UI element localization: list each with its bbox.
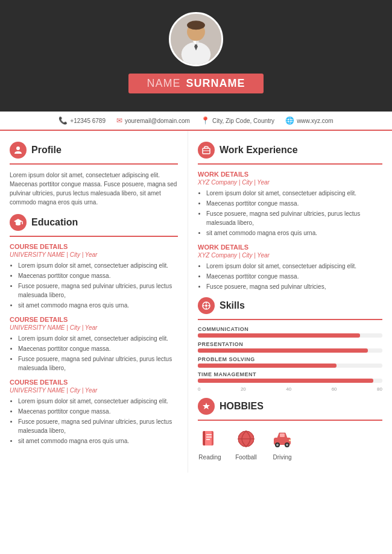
job-2-company: XYZ Company | City | Year	[198, 252, 382, 259]
education-title: Education	[31, 217, 78, 228]
job-1: WORK DETAILS XYZ Company | City | Year L…	[198, 171, 382, 238]
course-2-bullets: Lorem ipsum dolor sit amet, consectetuer…	[10, 334, 178, 373]
bullet: Fusce posuere, magna sed pulvinar ultric…	[18, 282, 178, 300]
course-3-label: COURSE DETAILS	[10, 379, 178, 386]
avatar-svg	[171, 12, 221, 66]
course-1-label: COURSE DETAILS	[10, 243, 178, 250]
skill-bar-bg	[198, 348, 382, 353]
profile-icon	[10, 142, 27, 159]
skills-icon	[198, 297, 215, 314]
svg-point-31	[286, 444, 288, 446]
course-3-bullets: Lorem ipsum dolor sit amet, consectetuer…	[10, 397, 178, 445]
svg-point-2	[187, 20, 205, 30]
bullet: Maecenas porttitor congue massa.	[18, 407, 178, 416]
skill-bar-bg	[198, 379, 382, 383]
phone-text: +12345 6789	[70, 118, 106, 124]
job-2-bullets: Lorem ipsum dolor sit amet, consectetuer…	[198, 262, 382, 291]
bullet: Lorem ipsum dolor sit amet, consectetuer…	[18, 334, 178, 343]
svg-point-7	[16, 146, 20, 150]
work-icon	[198, 142, 215, 159]
bullet: Fusce posuere, magna sed pulvinar ultric…	[206, 209, 382, 227]
svg-rect-32	[289, 439, 291, 441]
phone-icon: 📞	[58, 116, 68, 125]
avatar	[169, 12, 223, 66]
skill-time-management: TIME MANAGEMENT	[198, 371, 382, 383]
bullet: Lorem ipsum dolor sit amet, consectetuer…	[206, 189, 382, 198]
location-icon: 📍	[201, 116, 210, 125]
skills-header: Skills	[198, 297, 382, 314]
skill-bar-fill	[198, 333, 360, 338]
left-column: Profile Lorem ipsum dolor sit amet, cons…	[0, 131, 188, 473]
location-text: City, Zip Code, Country	[212, 118, 274, 124]
website-text: www.xyz.com	[297, 118, 334, 124]
work-title: Work Experience	[220, 145, 298, 156]
contact-location: 📍 City, Zip Code, Country	[201, 116, 274, 125]
email-text: youremail@domain.com	[125, 118, 190, 124]
svg-point-12	[205, 304, 207, 307]
web-icon: 🌐	[285, 116, 294, 125]
contact-email: ✉ youremail@domain.com	[116, 116, 190, 125]
skill-label: PROBLEM SOLVING	[198, 356, 382, 362]
hobby-football-label: Football	[235, 454, 257, 461]
hobby-reading-label: Reading	[198, 454, 221, 461]
job-1-company: XYZ Company | City | Year	[198, 179, 382, 186]
skill-label: COMMUNICATION	[198, 326, 382, 332]
right-column: Work Experience WORK DETAILS XYZ Company…	[188, 131, 392, 473]
job-1-label: WORK DETAILS	[198, 171, 382, 178]
bullet: Fusce posuere, magna sed pulvinar ultric…	[18, 417, 178, 435]
svg-rect-27	[280, 433, 285, 437]
job-1-bullets: Lorem ipsum dolor sit amet, consectetuer…	[198, 189, 382, 238]
hobbies-icon	[198, 398, 215, 415]
work-section: Work Experience WORK DETAILS XYZ Company…	[198, 142, 382, 291]
contact-bar: 📞 +12345 6789 ✉ youremail@domain.com 📍 C…	[0, 112, 392, 131]
last-name: SURNAME	[186, 77, 245, 89]
svg-rect-22	[203, 431, 205, 445]
skill-bar-fill	[198, 348, 368, 353]
hobbies-section: HOBBIES Reading	[198, 398, 382, 461]
skills-axis: 0 20 40 60 80	[198, 386, 382, 392]
work-divider	[198, 163, 382, 165]
skill-label: TIME MANAGEMENT	[198, 371, 382, 377]
course-1-bullets: Lorem ipsum dolor sit amet, consectetuer…	[10, 261, 178, 310]
hobby-driving-label: Driving	[273, 454, 291, 461]
bullet: Maecenas porttitor congue massa.	[18, 271, 178, 280]
bullet: Maecenas porttitor congue massa.	[18, 344, 178, 353]
driving-icon	[270, 427, 294, 451]
bullet: sit amet commodo magna eros quis urna.	[18, 301, 178, 310]
hobbies-icons-container: Reading Football	[198, 427, 382, 461]
football-icon	[234, 427, 258, 451]
hobby-football: Football	[234, 427, 258, 461]
course-2: COURSE DETAILS UNIVERSITY NAME | City | …	[10, 316, 178, 373]
course-1: COURSE DETAILS UNIVERSITY NAME | City | …	[10, 243, 178, 310]
course-3-university: UNIVERSITY NAME | City | Year	[10, 387, 178, 394]
skill-presentation: PRESENTATION	[198, 341, 382, 353]
contact-phone: 📞 +12345 6789	[58, 116, 106, 125]
job-2-label: WORK DETAILS	[198, 244, 382, 251]
bullet: Fusce posuere, magna sed pulvinar ultric…	[18, 354, 178, 373]
skill-bar-bg	[198, 333, 382, 338]
bullet: Maecenas porttitor congue massa.	[206, 272, 382, 281]
contact-website: 🌐 www.xyz.com	[285, 116, 334, 125]
education-header: Education	[10, 214, 178, 231]
bullet: Lorem ipsum dolor sit amet, consectetuer…	[206, 262, 382, 271]
name-banner: NAME SURNAME	[128, 74, 263, 93]
bullet: Maecenas porttitor congue massa.	[206, 199, 382, 208]
skills-section: Skills COMMUNICATION PRESENTATION PROBLE…	[198, 297, 382, 392]
svg-rect-18	[204, 431, 212, 445]
skill-communication: COMMUNICATION	[198, 326, 382, 338]
job-2: WORK DETAILS XYZ Company | City | Year L…	[198, 244, 382, 291]
hobby-driving: Driving	[270, 427, 294, 461]
skill-bar-fill	[198, 379, 373, 383]
profile-header: Profile	[10, 142, 178, 159]
work-header: Work Experience	[198, 142, 382, 159]
course-2-university: UNIVERSITY NAME | City | Year	[10, 324, 178, 331]
bullet: Lorem ipsum dolor sit amet, consectetuer…	[18, 397, 178, 406]
header: NAME SURNAME	[0, 0, 392, 112]
bullet: Lorem ipsum dolor sit amet, consectetuer…	[18, 261, 178, 270]
reading-icon	[198, 427, 222, 451]
hobby-reading: Reading	[198, 427, 222, 461]
svg-point-29	[276, 444, 279, 446]
course-3: COURSE DETAILS UNIVERSITY NAME | City | …	[10, 379, 178, 445]
skill-bar-fill	[198, 364, 337, 368]
education-section: Education COURSE DETAILS UNIVERSITY NAME…	[10, 214, 178, 445]
